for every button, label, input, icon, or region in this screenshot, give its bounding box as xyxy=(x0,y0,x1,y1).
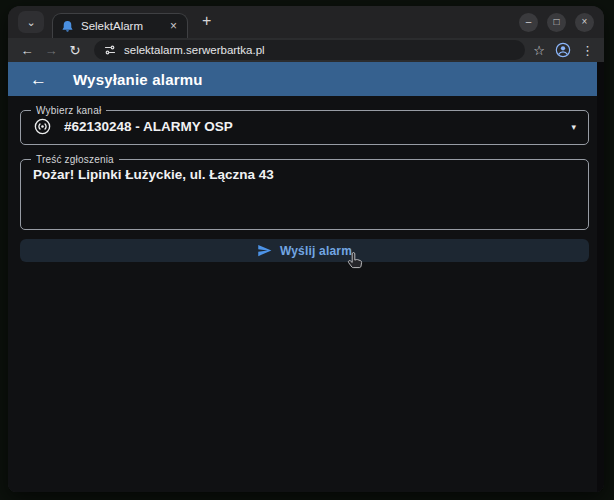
site-favicon-icon xyxy=(61,20,74,33)
message-field[interactable]: Treść zgłoszenia Pożar! Lipinki Łużyckie… xyxy=(20,154,589,230)
chevron-down-icon: ⌄ xyxy=(26,16,35,29)
broadcast-icon xyxy=(33,117,52,136)
caret-down-icon: ▾ xyxy=(571,122,576,132)
page-area: ← Wysyłanie alarmu Wybierz kanał xyxy=(8,62,604,492)
maximize-button[interactable]: □ xyxy=(547,13,566,32)
page-title: Wysyłanie alarmu xyxy=(73,71,203,88)
address-bar[interactable]: selektalarm.serwerbartka.pl xyxy=(94,40,525,60)
app-header: ← Wysyłanie alarmu xyxy=(8,62,597,96)
bookmark-star-icon[interactable]: ☆ xyxy=(533,43,545,58)
back-arrow-icon[interactable]: ← xyxy=(30,71,47,88)
new-tab-button[interactable]: + xyxy=(202,13,211,31)
window-controls: – □ × xyxy=(519,13,594,32)
send-alarm-button[interactable]: Wyślij alarm xyxy=(20,239,589,262)
browser-toolbar: ← → ↻ selektalarm.serwerbartka.pl ☆ ⋮ xyxy=(8,38,604,62)
minimize-button[interactable]: – xyxy=(519,13,538,32)
message-field-label: Treść zgłoszenia xyxy=(31,154,119,165)
url-text: selektalarm.serwerbartka.pl xyxy=(124,44,265,56)
maximize-icon: □ xyxy=(553,17,559,27)
tab-strip: ⌄ SelektAlarm × + – □ × xyxy=(8,6,604,38)
reload-icon[interactable]: ↻ xyxy=(64,44,86,57)
tab-title: SelektAlarm xyxy=(81,20,161,32)
tab-search-button[interactable]: ⌄ xyxy=(18,11,44,33)
close-tab-icon[interactable]: × xyxy=(168,20,179,32)
scrollbar-gutter xyxy=(597,62,604,492)
tab-selektalarm[interactable]: SelektAlarm × xyxy=(52,13,188,38)
site-info-icon[interactable] xyxy=(104,44,116,56)
send-icon xyxy=(257,243,272,258)
forward-icon[interactable]: → xyxy=(40,44,62,57)
channel-select-label: Wybierz kanał xyxy=(31,105,106,116)
menu-kebab-icon[interactable]: ⋮ xyxy=(581,43,594,58)
form-content: Wybierz kanał #62130248 - ALARMY OSP ▾ xyxy=(8,96,597,262)
profile-avatar-icon[interactable] xyxy=(555,42,571,58)
message-text[interactable]: Pożar! Lipinki Łużyckie, ul. Łączna 43 xyxy=(21,165,588,229)
channel-select-field[interactable]: Wybierz kanał #62130248 - ALARMY OSP ▾ xyxy=(20,105,589,145)
send-alarm-label: Wyślij alarm xyxy=(280,244,352,258)
minimize-icon: – xyxy=(526,17,532,27)
back-icon[interactable]: ← xyxy=(16,44,38,57)
browser-window: ⌄ SelektAlarm × + – □ × ← → ↻ s xyxy=(8,6,604,492)
close-window-button[interactable]: × xyxy=(575,13,594,32)
close-icon: × xyxy=(582,17,588,27)
toolbar-right: ☆ ⋮ xyxy=(533,42,596,58)
channel-select-value: #62130248 - ALARMY OSP xyxy=(64,119,233,134)
